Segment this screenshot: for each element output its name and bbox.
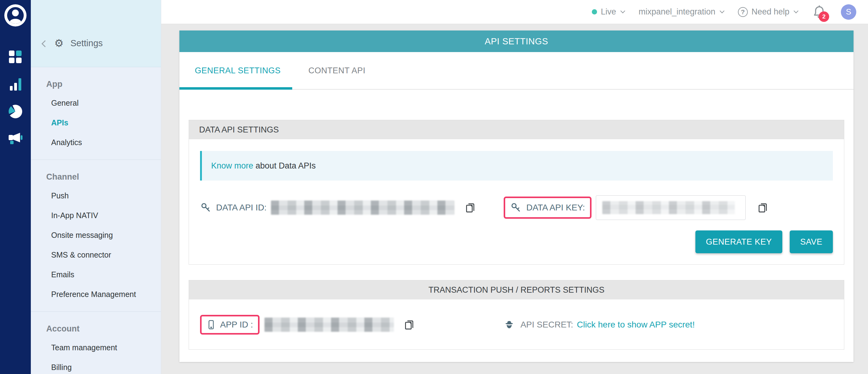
phone-icon <box>207 319 216 330</box>
sidebar-item-emails[interactable]: Emails <box>31 265 161 284</box>
page-title: API SETTINGS <box>179 31 854 52</box>
live-status-dot <box>592 9 597 14</box>
sidebar-item-onsite-messaging[interactable]: Onsite messaging <box>31 225 161 245</box>
sidebar-item-general[interactable]: General <box>31 93 161 113</box>
chevron-down-icon <box>794 9 799 13</box>
live-label: Live <box>601 7 616 16</box>
sidebar-item-apis[interactable]: APIs <box>31 113 161 133</box>
key-icon <box>510 202 522 213</box>
sidebar-nav: App General APIs Analytics Channel Push … <box>31 67 161 374</box>
data-api-key-input[interactable] <box>596 195 746 220</box>
copy-icon[interactable] <box>756 201 769 214</box>
sidebar-header: ⚙ Settings <box>31 0 161 67</box>
help-label: Need help <box>751 7 789 16</box>
transaction-row: APP ID : <box>200 315 833 335</box>
content-column: Live mixpanel_integration ? Need help 2 … <box>161 0 868 374</box>
sidebar-item-preference-management[interactable]: Preference Management <box>31 284 161 304</box>
api-secret-group: API SECRET: Click here to show APP secre… <box>504 319 833 330</box>
help-icon: ? <box>738 7 748 17</box>
data-api-key-highlight: DATA API KEY: <box>504 197 591 219</box>
data-api-id-label: DATA API ID: <box>216 203 267 212</box>
gear-icon: ⚙ <box>54 38 63 48</box>
button-row: GENERATE KEY SAVE <box>200 231 833 253</box>
tab-bar: GENERAL SETTINGS CONTENT API <box>179 52 854 90</box>
chevron-down-icon <box>720 9 725 13</box>
copy-icon[interactable] <box>403 318 415 331</box>
brand-logo[interactable] <box>4 4 27 27</box>
save-button[interactable]: SAVE <box>790 231 833 253</box>
chevron-down-icon <box>620 9 625 13</box>
data-api-settings-section: DATA API SETTINGS Know more about Data A… <box>189 120 844 265</box>
app-id-highlight: APP ID : <box>200 315 259 335</box>
project-switcher[interactable]: mixpanel_integration <box>639 7 724 16</box>
data-api-key-redacted-value <box>602 201 735 214</box>
data-api-id-redacted-value <box>271 201 454 215</box>
know-more-link[interactable]: Know more <box>211 161 253 170</box>
help-menu[interactable]: ? Need help <box>738 7 798 17</box>
app-id-label: APP ID : <box>220 320 253 330</box>
page-area: API SETTINGS GENERAL SETTINGS CONTENT AP… <box>161 24 868 374</box>
tab-content-api[interactable]: CONTENT API <box>309 66 366 75</box>
sidebar-item-inapp-nativ[interactable]: In-App NATIV <box>31 205 161 225</box>
data-api-key-group: DATA API KEY: <box>504 195 833 220</box>
avatar-logo-icon <box>7 7 24 24</box>
key-icon <box>200 202 212 213</box>
back-chevron-icon[interactable] <box>41 40 49 47</box>
sidebar-section-account: Account Team management Billing <box>31 311 161 374</box>
transaction-settings-body: APP ID : <box>189 300 844 349</box>
sidebar-item-sms-connector[interactable]: SMS & connector <box>31 245 161 265</box>
user-avatar[interactable]: S <box>841 4 856 20</box>
notification-badge: 2 <box>819 11 829 22</box>
section-label-account: Account <box>31 320 161 338</box>
sidebar-item-team-management[interactable]: Team management <box>31 338 161 358</box>
know-more-infobox: Know more about Data APIs <box>200 151 833 180</box>
infobox-text: about Data APIs <box>253 161 316 170</box>
sidebar-item-push[interactable]: Push <box>31 186 161 205</box>
notifications-button[interactable]: 2 <box>812 4 827 20</box>
data-api-key-label: DATA API KEY: <box>526 203 585 212</box>
pie-chart-icon[interactable] <box>9 105 22 118</box>
data-api-settings-header: DATA API SETTINGS <box>189 120 844 139</box>
sidebar-section-channel: Channel Push In-App NATIV Onsite messagi… <box>31 160 161 304</box>
active-tab-underline <box>179 87 292 90</box>
sidebar-item-analytics[interactable]: Analytics <box>31 133 161 152</box>
bar-chart-icon[interactable] <box>9 78 22 91</box>
data-api-id-group: DATA API ID: <box>200 201 504 215</box>
section-label-channel: Channel <box>31 168 161 186</box>
generate-key-button[interactable]: GENERATE KEY <box>695 231 782 253</box>
project-name: mixpanel_integration <box>639 7 715 16</box>
spy-icon <box>504 319 515 330</box>
topbar: Live mixpanel_integration ? Need help 2 … <box>161 0 868 24</box>
api-secret-label: API SECRET: <box>520 320 573 330</box>
show-app-secret-link[interactable]: Click here to show APP secret! <box>577 320 695 330</box>
data-api-settings-body: Know more about Data APIs DATA API ID: <box>189 139 844 264</box>
transaction-settings-header: TRANSACTION PUSH / REPORTS SETTINGS <box>189 280 844 300</box>
megaphone-icon[interactable] <box>8 133 23 145</box>
apps-grid-icon[interactable] <box>9 50 22 64</box>
sidebar-item-billing[interactable]: Billing <box>31 358 161 374</box>
icon-rail <box>0 0 31 374</box>
app-root: ⚙ Settings App General APIs Analytics Ch… <box>0 0 868 374</box>
sidebar-section-app: App General APIs Analytics <box>31 67 161 152</box>
app-id-group: APP ID : <box>200 315 504 335</box>
tab-general-settings[interactable]: GENERAL SETTINGS <box>195 66 281 75</box>
copy-icon[interactable] <box>464 201 476 214</box>
sidebar-title: Settings <box>70 38 103 48</box>
environment-switcher[interactable]: Live <box>592 7 624 16</box>
app-id-redacted-value <box>265 318 394 332</box>
section-label-app: App <box>31 75 161 93</box>
api-settings-card: API SETTINGS GENERAL SETTINGS CONTENT AP… <box>179 31 854 362</box>
settings-sidebar: ⚙ Settings App General APIs Analytics Ch… <box>31 0 161 374</box>
transaction-settings-section: TRANSACTION PUSH / REPORTS SETTINGS APP … <box>189 280 844 350</box>
data-api-row: DATA API ID: <box>200 195 833 220</box>
